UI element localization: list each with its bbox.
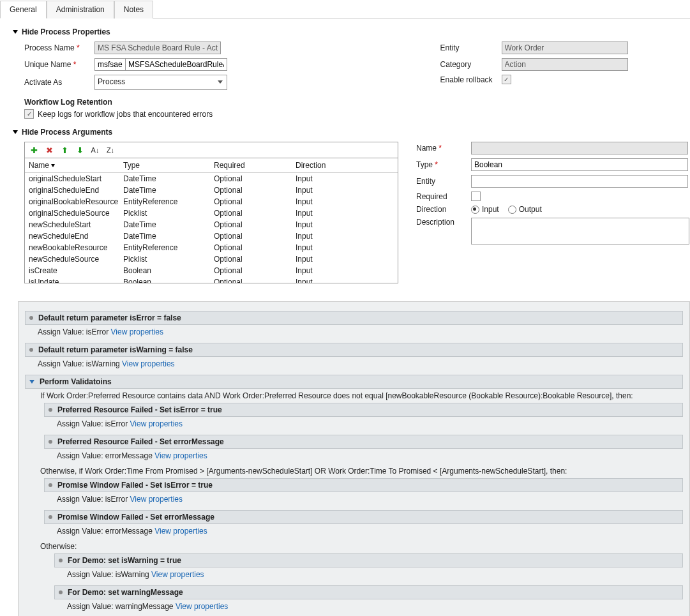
- label-arg-description: Description: [416, 218, 471, 227]
- col-direction[interactable]: Direction: [296, 161, 394, 170]
- condition-text: Otherwise:: [40, 542, 683, 551]
- activate-as-select[interactable]: Process: [94, 75, 227, 90]
- label-enable-rollback: Enable rollback: [440, 75, 502, 84]
- bullet-icon: [29, 348, 33, 352]
- arguments-header: Name Type Required Direction: [25, 158, 398, 173]
- bullet-icon: [59, 559, 63, 562]
- entity-field[interactable]: [502, 41, 628, 54]
- label-arg-type: Type *: [416, 160, 471, 169]
- arg-description-field[interactable]: [471, 218, 689, 244]
- label-unique-name: Unique Name *: [24, 60, 94, 69]
- label-arg-required: Required: [416, 192, 471, 201]
- tab-administration[interactable]: Administration: [47, 1, 114, 19]
- argument-row[interactable]: originalScheduleEndDateTimeOptionalInput: [25, 184, 398, 196]
- tab-general[interactable]: General: [0, 1, 47, 19]
- condition-text: If Work Order:Preferred Resource contain…: [40, 391, 683, 400]
- delete-icon[interactable]: ✖: [44, 145, 54, 155]
- step-header[interactable]: Default return parameter isWarning = fal…: [25, 343, 683, 357]
- label-arg-entity: Entity: [416, 177, 471, 186]
- view-properties-link[interactable]: View properties: [122, 359, 175, 368]
- argument-row[interactable]: newScheduleStartDateTimeOptionalInput: [25, 219, 398, 230]
- condition-text: Otherwise, if Work Order:Time From Promi…: [40, 467, 683, 476]
- view-properties-link[interactable]: View properties: [130, 419, 183, 428]
- subheading-workflow-log: Workflow Log Retention: [24, 98, 357, 107]
- view-properties-link[interactable]: View properties: [176, 602, 229, 611]
- step-header[interactable]: For Demo: set warningMessage: [54, 585, 683, 599]
- step-header[interactable]: For Demo: set isWarning = true: [54, 553, 683, 567]
- label-arg-name: Name *: [416, 144, 471, 153]
- label-entity: Entity: [440, 43, 502, 52]
- arg-type-field[interactable]: [471, 158, 688, 171]
- label-activate-as: Activate As: [24, 78, 94, 87]
- argument-row[interactable]: isCreateBooleanOptionalInput: [25, 265, 398, 276]
- argument-row[interactable]: newScheduleSourcePicklistOptionalInput: [25, 253, 398, 265]
- argument-row[interactable]: newScheduleEndDateTimeOptionalInput: [25, 230, 398, 242]
- enable-rollback-checkbox[interactable]: ✓: [502, 75, 511, 84]
- sort-asc-icon[interactable]: A↓: [90, 145, 100, 155]
- bullet-icon: [29, 316, 33, 320]
- argument-row[interactable]: originalScheduleSourcePicklistOptionalIn…: [25, 207, 398, 219]
- step-header[interactable]: Promise Window Failed - Set errorMessage: [44, 510, 683, 524]
- step-header[interactable]: Preferred Resource Failed - Set errorMes…: [44, 435, 683, 449]
- argument-row[interactable]: originalScheduleStartDateTimeOptionalInp…: [25, 173, 398, 184]
- bullet-icon: [49, 483, 52, 487]
- add-icon[interactable]: ✚: [29, 145, 39, 155]
- sort-desc-icon[interactable]: Z↓: [105, 145, 116, 155]
- section-title: Hide Process Arguments: [22, 128, 112, 137]
- view-properties-link[interactable]: View properties: [154, 451, 207, 460]
- tab-notes[interactable]: Notes: [114, 1, 153, 19]
- arg-name-field[interactable]: [471, 142, 688, 154]
- step-header[interactable]: Preferred Resource Failed - Set isError …: [44, 403, 683, 417]
- section-toggle-process-properties[interactable]: Hide Process Properties: [13, 27, 690, 36]
- argument-row[interactable]: isUpdateBooleanOptionalInput: [25, 276, 398, 283]
- col-name[interactable]: Name: [29, 161, 123, 170]
- view-properties-link[interactable]: View properties: [151, 570, 204, 579]
- argument-row[interactable]: originalBookableResourceEntityReferenceO…: [25, 196, 398, 207]
- keep-logs-label: Keep logs for workflow jobs that encount…: [38, 110, 213, 119]
- arguments-grid: ✚ ✖ ⬆ ⬇ A↓ Z↓ Name Type Required Directi…: [24, 142, 398, 283]
- category-field[interactable]: [502, 58, 628, 71]
- process-name-field[interactable]: [94, 41, 221, 54]
- keep-logs-checkbox[interactable]: ✓: [24, 109, 34, 119]
- col-type[interactable]: Type: [123, 161, 214, 170]
- section-toggle-process-arguments[interactable]: Hide Process Arguments: [13, 128, 690, 137]
- expand-icon: [29, 380, 34, 384]
- direction-output-radio[interactable]: [508, 206, 516, 214]
- move-up-icon[interactable]: ⬆: [59, 145, 70, 155]
- label-category: Category: [440, 60, 502, 69]
- move-down-icon[interactable]: ⬇: [75, 145, 85, 155]
- section-title: Hide Process Properties: [22, 27, 110, 36]
- unique-name-field[interactable]: [125, 58, 227, 71]
- col-required[interactable]: Required: [214, 161, 296, 170]
- argument-row[interactable]: newBookableResourceEntityReferenceOption…: [25, 242, 398, 253]
- step-header[interactable]: Promise Window Failed - Set isError = tr…: [44, 478, 683, 492]
- collapse-icon: [13, 30, 18, 34]
- bullet-icon: [49, 440, 52, 444]
- workflow-steps-panel: Default return parameter isError = false…: [18, 301, 690, 616]
- collapse-icon: [13, 130, 18, 134]
- label-process-name: Process Name *: [24, 43, 94, 52]
- label-arg-direction: Direction: [416, 205, 471, 214]
- bullet-icon: [59, 590, 63, 594]
- direction-input-radio[interactable]: [471, 206, 479, 214]
- view-properties-link[interactable]: View properties: [154, 527, 207, 536]
- arg-entity-field[interactable]: [471, 175, 688, 188]
- step-header[interactable]: Default return parameter isError = false: [25, 311, 683, 325]
- bullet-icon: [49, 408, 52, 412]
- view-properties-link[interactable]: View properties: [130, 495, 183, 504]
- arg-required-checkbox[interactable]: [471, 192, 481, 201]
- unique-name-prefix[interactable]: [94, 58, 125, 71]
- view-properties-link[interactable]: View properties: [111, 327, 164, 336]
- bullet-icon: [49, 515, 52, 519]
- tab-bar: General Administration Notes: [0, 0, 690, 19]
- step-header[interactable]: Perform Validatoins: [25, 375, 683, 389]
